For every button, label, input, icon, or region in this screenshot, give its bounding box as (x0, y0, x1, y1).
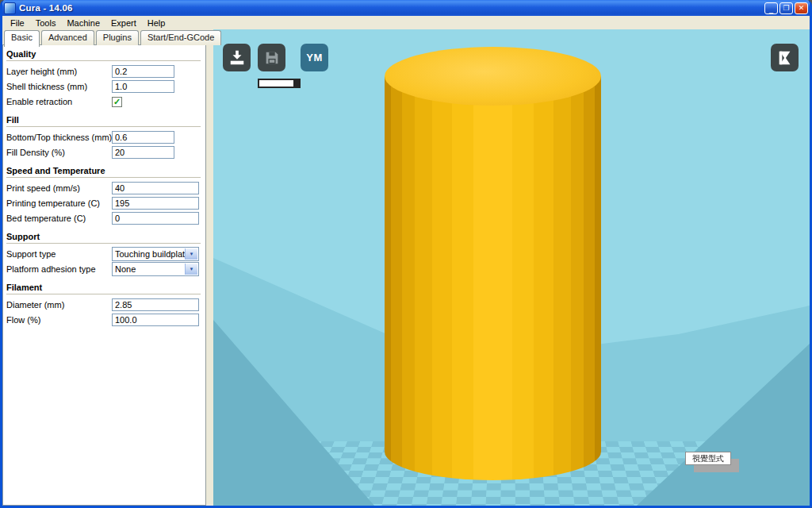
printing-temperature-input[interactable] (112, 197, 199, 210)
setting-label-print-speed: Print speed (mm/s) (6, 183, 112, 193)
setting-row: Platform adhesion type None ▼ (6, 262, 201, 276)
filament-diameter-input[interactable] (112, 298, 199, 311)
section-title-quality: Quality (6, 49, 201, 61)
section-title-speed-temperature: Speed and Temperature (6, 166, 201, 178)
enable-retraction-checkbox[interactable]: ✓ (112, 97, 122, 107)
setting-label-fill-density: Fill Density (%) (6, 148, 112, 157)
bed-temperature-input[interactable] (112, 212, 199, 225)
save-toolpath-icon (263, 49, 281, 67)
slice-progress-knob (293, 80, 299, 87)
settings-tabs: Basic Advanced Plugins Start/End-GCode (4, 30, 223, 45)
close-icon: ✕ (799, 5, 805, 12)
fill-density-input[interactable] (112, 146, 174, 159)
chevron-down-icon[interactable]: ▼ (185, 248, 197, 260)
setting-row: Fill Density (%) (6, 145, 201, 160)
filament-flow-input[interactable] (112, 314, 199, 326)
setting-label-bed-temperature: Bed temperature (C) (6, 214, 112, 223)
setting-label-bottom-top-thickness: Bottom/Top thickness (mm) (6, 133, 112, 142)
tab-plugins[interactable]: Plugins (96, 30, 139, 45)
model-cylinder-top (385, 47, 601, 106)
setting-label-support-type: Support type (6, 249, 112, 259)
share-youmagine-button[interactable]: YM (301, 44, 328, 71)
minimize-button[interactable]: _ (764, 2, 778, 14)
view-mode-button[interactable] (771, 44, 799, 71)
close-button[interactable]: ✕ (795, 2, 808, 14)
slice-progress-bar (258, 79, 301, 88)
menu-tools[interactable]: Tools (30, 17, 62, 29)
menu-expert[interactable]: Expert (105, 17, 142, 29)
maximize-button[interactable]: ❐ (779, 2, 793, 14)
setting-row: Enable retraction ✓ (6, 94, 201, 109)
setting-label-enable-retraction: Enable retraction (6, 97, 112, 106)
checkmark-icon: ✓ (113, 98, 121, 106)
view-mode-tooltip: 視覺型式 (685, 452, 731, 465)
section-title-filament: Filament (6, 283, 201, 294)
chevron-down-icon[interactable]: ▼ (185, 264, 197, 275)
window-title: Cura - 14.06 (19, 3, 73, 13)
main-content: Basic Advanced Plugins Start/End-GCode Q… (2, 29, 810, 506)
setting-label-diameter: Diameter (mm) (6, 300, 112, 310)
support-type-select[interactable]: Touching buildplate ▼ (112, 247, 199, 261)
setting-row: Layer height (mm) (6, 64, 201, 79)
tab-start-end-gcode[interactable]: Start/End-GCode (140, 30, 221, 45)
menu-machine[interactable]: Machine (61, 17, 105, 29)
load-model-button[interactable] (223, 44, 251, 71)
setting-row: Diameter (mm) (6, 298, 201, 312)
support-type-value: Touching buildplate (115, 249, 190, 259)
setting-row: Support type Touching buildplate ▼ (6, 247, 201, 261)
menu-bar: File Tools Machine Expert Help (2, 16, 810, 30)
settings-panel: Quality Layer height (mm) Shell thicknes… (2, 44, 206, 506)
setting-row: Bottom/Top thickness (mm) (6, 130, 201, 144)
title-bar[interactable]: Cura - 14.06 _ ❐ ✕ (0, 0, 812, 16)
setting-row: Shell thickness (mm) (6, 79, 201, 94)
setting-row: Printing temperature (C) (6, 196, 201, 210)
section-title-fill: Fill (6, 115, 201, 127)
save-toolpath-button[interactable] (258, 44, 285, 71)
setting-row: Print speed (mm/s) (6, 181, 201, 195)
share-youmagine-label: YM (306, 52, 323, 64)
setting-label-platform-adhesion: Platform adhesion type (6, 264, 112, 274)
setting-label-layer-height: Layer height (mm) (6, 67, 112, 76)
shell-thickness-input[interactable] (112, 80, 174, 93)
setting-row: Flow (%) (6, 313, 201, 327)
tab-advanced[interactable]: Advanced (41, 30, 94, 45)
menu-help[interactable]: Help (142, 17, 171, 29)
tab-basic[interactable]: Basic (4, 30, 40, 47)
app-icon (4, 2, 16, 14)
view-mode-icon (776, 49, 794, 67)
model-cylinder[interactable] (385, 47, 601, 480)
section-title-support: Support (6, 232, 201, 244)
bottom-top-thickness-input[interactable] (112, 131, 174, 144)
app-window: Cura - 14.06 _ ❐ ✕ File Tools Machine Ex… (0, 0, 812, 508)
setting-label-flow: Flow (%) (6, 315, 112, 325)
setting-label-shell-thickness: Shell thickness (mm) (6, 82, 112, 91)
load-model-icon (228, 49, 246, 67)
platform-adhesion-select[interactable]: None ▼ (112, 262, 199, 276)
model-cylinder-side (385, 76, 601, 480)
setting-label-printing-temperature: Printing temperature (C) (6, 198, 112, 208)
maximize-icon: ❐ (783, 5, 789, 12)
menu-file[interactable]: File (5, 17, 30, 29)
platform-adhesion-value: None (115, 264, 136, 274)
setting-row: Bed temperature (C) (6, 211, 201, 225)
viewport-3d[interactable]: YM 視覺型式 (213, 29, 810, 506)
layer-height-input[interactable] (112, 65, 174, 78)
print-speed-input[interactable] (112, 182, 199, 194)
minimize-icon: _ (769, 6, 773, 13)
